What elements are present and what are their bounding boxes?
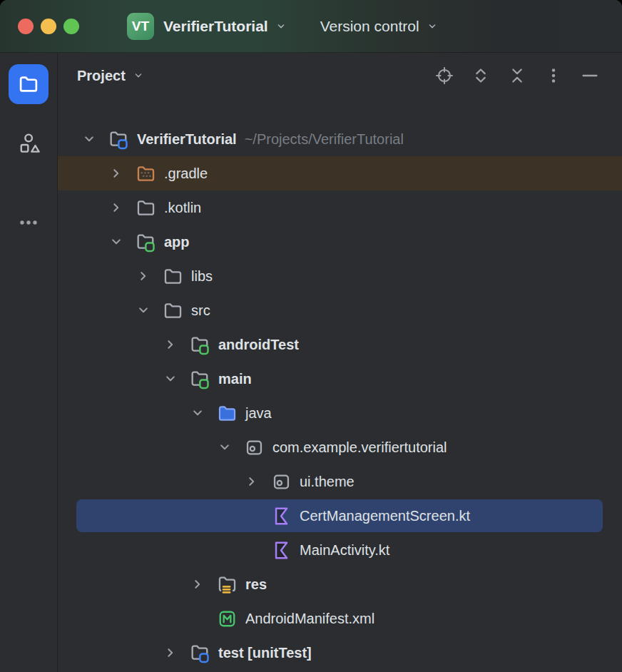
tree-item-label: CertManagementScreen.kt bbox=[300, 508, 470, 524]
chevron-right-icon[interactable] bbox=[162, 636, 189, 670]
tree-row[interactable]: ui.theme bbox=[58, 464, 622, 499]
tree-item-label: app bbox=[164, 234, 190, 250]
panel-options-button[interactable] bbox=[541, 63, 566, 88]
project-name-menu[interactable]: VerifierTutorial bbox=[163, 18, 268, 35]
tree-item-label: VerifierTutorial bbox=[137, 131, 237, 148]
tree-item-label: com.example.verifiertutorial bbox=[272, 439, 447, 456]
project-badge: VT bbox=[127, 13, 154, 40]
ide-window: VT VerifierTutorial Version control Proj… bbox=[0, 0, 622, 672]
tree-row[interactable]: app bbox=[58, 225, 622, 259]
chevron-right-icon[interactable] bbox=[189, 567, 216, 601]
tree-row[interactable]: CertManagementScreen.kt bbox=[58, 499, 622, 533]
tree-item-label: .kotlin bbox=[164, 200, 201, 216]
more-horizontal-icon bbox=[18, 212, 39, 233]
tree-row[interactable]: java bbox=[58, 396, 622, 430]
close-window-button[interactable] bbox=[18, 19, 34, 34]
collapse-all-button[interactable] bbox=[504, 63, 530, 88]
hide-panel-icon bbox=[581, 66, 599, 85]
folder-badge-blue-icon bbox=[189, 636, 216, 670]
tree-row[interactable]: libs bbox=[58, 259, 622, 293]
tree-row[interactable]: .kotlin bbox=[58, 190, 622, 225]
panel-toolbar bbox=[432, 63, 603, 88]
chevron-down-icon[interactable] bbox=[162, 362, 189, 396]
chevron-down-icon[interactable] bbox=[108, 225, 135, 259]
folder-excluded-icon bbox=[135, 156, 162, 190]
folder-icon bbox=[135, 190, 162, 225]
tree-row[interactable]: main bbox=[58, 362, 622, 396]
sidebar-item-structure[interactable] bbox=[9, 123, 49, 163]
chevron-spacer bbox=[243, 533, 270, 567]
folder-resources-icon bbox=[216, 567, 243, 601]
chevron-right-icon[interactable] bbox=[162, 327, 189, 362]
locate-opened-file-button[interactable] bbox=[432, 63, 457, 88]
structure-icon bbox=[17, 131, 40, 154]
project-panel-header: Project bbox=[58, 53, 622, 98]
tree-row[interactable]: androidTest bbox=[58, 327, 622, 362]
kotlin-file-icon bbox=[270, 499, 297, 533]
title-bar: VT VerifierTutorial Version control bbox=[0, 0, 622, 53]
chevron-spacer bbox=[189, 601, 216, 636]
expand-all-icon bbox=[471, 66, 490, 85]
folder-badge-green-icon bbox=[135, 225, 162, 259]
hide-panel-button[interactable] bbox=[577, 63, 603, 88]
tree-row[interactable]: src bbox=[58, 293, 622, 327]
tree-item-path: ~/Projects/VerifierTutorial bbox=[245, 131, 404, 148]
chevron-down-icon bbox=[275, 20, 287, 33]
tree-item-label: MainActivity.kt bbox=[300, 542, 389, 559]
sidebar-item-project[interactable] bbox=[9, 64, 49, 104]
folder-icon bbox=[162, 259, 189, 293]
package-icon bbox=[270, 464, 297, 499]
kotlin-file-icon bbox=[270, 533, 297, 567]
folder-badge-green-icon bbox=[189, 327, 216, 362]
tree-item-label: AndroidManifest.xml bbox=[245, 611, 374, 627]
tree-item-label: res bbox=[245, 576, 267, 593]
folder-icon bbox=[162, 293, 189, 327]
folder-badge-green-icon bbox=[189, 362, 216, 396]
tree-item-label: main bbox=[218, 371, 252, 387]
project-tree: VerifierTutorial ~/Projects/VerifierTuto… bbox=[58, 98, 622, 672]
package-icon bbox=[243, 430, 270, 464]
tree-item-label: test [unitTest] bbox=[218, 645, 312, 661]
chevron-right-icon[interactable] bbox=[243, 464, 270, 499]
tree-row[interactable]: test [unitTest] bbox=[58, 636, 622, 670]
tree-item-label: src bbox=[191, 302, 210, 319]
chevron-down-icon[interactable] bbox=[135, 293, 162, 327]
tree-row[interactable]: MainActivity.kt bbox=[58, 533, 622, 567]
tree-item-label: .gradle bbox=[164, 166, 208, 182]
window-controls bbox=[18, 19, 79, 34]
chevron-right-icon[interactable] bbox=[135, 259, 162, 293]
tree-row[interactable]: .gradle bbox=[58, 156, 622, 190]
activity-bar bbox=[0, 53, 58, 672]
expand-all-button[interactable] bbox=[468, 63, 494, 88]
chevron-down-icon bbox=[426, 20, 439, 33]
tree-item-label: ui.theme bbox=[300, 474, 355, 490]
locate-opened-file-icon bbox=[435, 66, 454, 85]
chevron-down-icon[interactable] bbox=[81, 122, 108, 156]
folder-badge-blue-icon bbox=[108, 122, 135, 156]
tree-row[interactable]: res bbox=[58, 567, 622, 601]
zoom-window-button[interactable] bbox=[63, 19, 79, 34]
chevron-down-icon bbox=[132, 69, 145, 82]
tree-item-label: java bbox=[245, 405, 272, 422]
chevron-right-icon[interactable] bbox=[108, 156, 135, 190]
chevron-down-icon[interactable] bbox=[189, 396, 216, 430]
tree-row[interactable]: AndroidManifest.xml bbox=[58, 601, 622, 636]
folder-sources-icon bbox=[216, 396, 243, 430]
tree-item-label: libs bbox=[191, 268, 213, 285]
collapse-all-icon bbox=[508, 66, 526, 85]
tree-row[interactable]: com.example.verifiertutorial bbox=[58, 430, 622, 464]
tree-row[interactable]: VerifierTutorial ~/Projects/VerifierTuto… bbox=[58, 122, 622, 156]
more-vertical-icon bbox=[544, 66, 563, 85]
project-folder-icon bbox=[17, 73, 40, 96]
manifest-icon bbox=[216, 601, 243, 636]
version-control-menu[interactable]: Version control bbox=[320, 18, 419, 35]
sidebar-item-more[interactable] bbox=[9, 203, 49, 243]
chevron-right-icon[interactable] bbox=[108, 190, 135, 225]
tree-item-label: androidTest bbox=[218, 337, 299, 353]
chevron-down-icon[interactable] bbox=[216, 430, 243, 464]
chevron-spacer bbox=[243, 499, 270, 533]
minimize-window-button[interactable] bbox=[41, 19, 56, 34]
panel-title[interactable]: Project bbox=[77, 68, 126, 84]
